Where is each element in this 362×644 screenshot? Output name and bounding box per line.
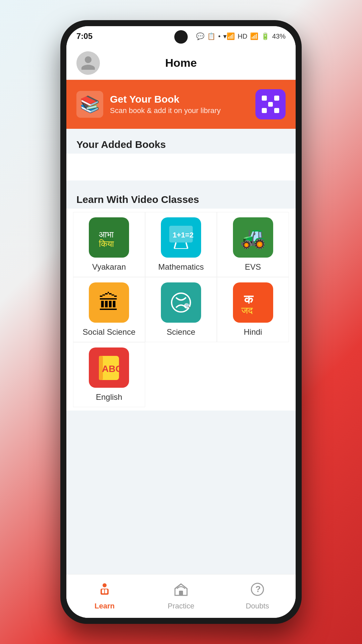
status-bar: 7:05 💬 📋 • ▾📶 HD 📶 🔋 43% [66,26,296,46]
practice-label: Practice [168,602,194,610]
svg-text:जद: जद [241,305,253,316]
header: Home [66,46,296,80]
science-label: Science [167,327,195,337]
status-time: 7:05 [76,32,93,41]
practice-icon [174,582,188,600]
content-scroll[interactable]: Your Added Books Learn With Video Classe… [66,129,296,574]
vyakaran-label: Vyakaran [92,262,126,272]
banner-title: Get Your Book [110,94,221,105]
svg-text:?: ? [255,584,261,594]
subject-card-vyakaran[interactable]: आभा किया Vyakaran [73,212,145,277]
wifi-icon: ▾📶 [223,32,235,40]
learn-icon [97,582,112,600]
doubts-label: Doubts [246,602,269,610]
video-classes-title: Learn With Video Classes [66,184,296,209]
subject-card-mathematics[interactable]: 1+1=2 Mathematics [145,212,217,277]
svg-point-15 [103,583,107,587]
doubts-icon: ? [250,582,265,600]
vyakaran-icon: आभा किया [89,217,129,258]
svg-line-5 [186,243,188,249]
banner-subtitle: Scan book & add it on your library [110,106,221,115]
header-title: Home [165,56,197,69]
battery-percent: 43% [272,33,286,40]
svg-line-4 [174,243,176,249]
svg-rect-19 [179,591,183,595]
social-science-label: Social Science [83,327,135,337]
dot-icon: • [218,33,221,40]
nav-learn[interactable]: Learn [66,582,143,610]
subject-grid: आभा किया Vyakaran 1+1=2 [66,209,296,411]
subject-card-english[interactable]: ABC English [73,342,145,407]
science-icon: 🔍 [161,282,201,323]
english-icon: ABC [89,347,129,388]
phone-frame: 7:05 💬 📋 • ▾📶 HD 📶 🔋 43% Home [60,20,302,624]
qr-icon [262,96,279,113]
video-classes-section: Learn With Video Classes आभा किया Vyakar… [66,184,296,411]
battery-icon: 🔋 [261,32,269,40]
svg-text:आभा: आभा [99,229,114,239]
message-icon: 📋 [207,32,216,40]
hd-icon: HD [238,33,247,40]
learn-label: Learn [95,602,115,610]
english-label: English [96,392,122,402]
nav-doubts[interactable]: ? Doubts [219,582,296,610]
your-books-title: Your Added Books [66,129,296,154]
hindi-label: Hindi [244,327,262,337]
subject-card-evs[interactable]: 🚜 EVS [217,212,289,277]
social-science-icon: 🏛 [89,282,129,323]
evs-icon: 🚜 [233,217,273,258]
hindi-icon: क जद [233,282,273,323]
mathematics-label: Mathematics [158,262,204,272]
avatar[interactable] [76,51,100,75]
your-books-section: Your Added Books [66,129,296,180]
avatar-icon [80,55,97,71]
svg-point-7 [172,293,190,312]
svg-text:ABC: ABC [102,364,122,374]
mathematics-icon: 1+1=2 [161,217,201,258]
scan-banner[interactable]: 📚 Get Your Book Scan book & add it on yo… [66,80,296,129]
bottom-navigation: Learn Practice [66,574,296,618]
empty-books-area [66,154,296,174]
camera-notch [174,30,188,44]
svg-text:किया: किया [99,239,114,249]
nav-practice[interactable]: Practice [143,582,219,610]
evs-label: EVS [245,262,261,272]
qr-scan-button[interactable] [255,89,286,119]
book-icon: 📚 [76,91,103,118]
phone-screen: 7:05 💬 📋 • ▾📶 HD 📶 🔋 43% Home [66,26,296,618]
svg-text:🔍: 🔍 [185,303,190,308]
subject-card-social-science[interactable]: 🏛 Social Science [73,277,145,342]
signal-icon: 📶 [250,32,258,40]
whatsapp-icon: 💬 [196,32,204,40]
status-icons: 💬 📋 • ▾📶 HD 📶 🔋 43% [196,32,286,40]
subject-card-science[interactable]: 🔍 Science [145,277,217,342]
subject-card-hindi[interactable]: क जद Hindi [217,277,289,342]
svg-text:1+1=2: 1+1=2 [173,231,193,239]
banner-text: Get Your Book Scan book & add it on your… [110,94,221,115]
banner-left: 📚 Get Your Book Scan book & add it on yo… [76,91,221,118]
svg-text:क: क [244,292,254,306]
